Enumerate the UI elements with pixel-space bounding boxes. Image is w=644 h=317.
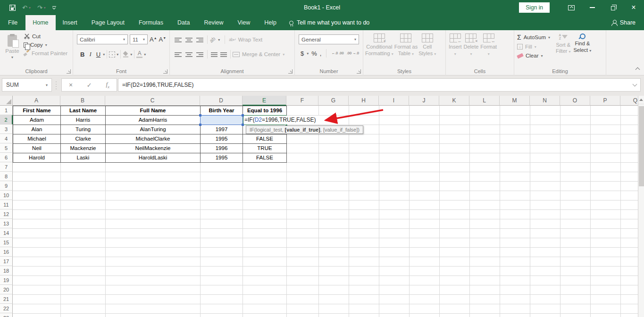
cell-C2[interactable]: AdamHarris [106,116,201,125]
tab-page-layout[interactable]: Page Layout [84,15,132,30]
row-header-5[interactable]: 5 [0,143,13,153]
cell-A6[interactable]: Harold [13,153,61,163]
scroll-up-button[interactable] [638,96,644,104]
row-header-3[interactable]: 3 [0,125,13,134]
column-header-G[interactable]: G [318,96,349,106]
row-header-14[interactable]: 14 [0,228,13,238]
column-header-A[interactable]: A [13,96,60,106]
font-dialog-launcher-icon[interactable] [163,69,167,74]
increase-indent-button[interactable] [220,52,227,57]
row-header-16[interactable]: 16 [0,247,13,257]
column-header-L[interactable]: L [469,96,500,106]
cell-E6[interactable]: FALSE [243,153,287,163]
tab-review[interactable]: Review [197,15,230,30]
row-header-22[interactable]: 22 [0,304,13,313]
row-header-9[interactable]: 9 [0,181,13,191]
cell-E4[interactable]: FALSE [243,134,287,144]
merge-center-button[interactable]: Merge & Center ▾ [233,51,284,57]
row-header-13[interactable]: 13 [0,219,13,228]
fill-color-button[interactable] [123,52,129,57]
font-name-select[interactable]: Calibri ▾ [77,34,128,44]
tell-me-box[interactable]: Tell me what you want to do [284,15,375,30]
fill-button[interactable]: ↓ Fill ▾ [517,44,550,50]
cell-B1[interactable]: Last Name [61,106,106,116]
column-header-O[interactable]: O [560,96,590,106]
cell-styles-button[interactable]: Cell Styles ▾ [418,30,436,57]
increase-decimal-button[interactable]: ←.0 .00 [331,51,343,56]
number-format-select[interactable]: General ▾ [299,34,359,44]
bold-button[interactable]: B [78,51,87,58]
insert-function-button[interactable]: fx [106,81,109,89]
tab-view[interactable]: View [230,15,257,30]
restore-button[interactable] [602,0,623,15]
alignment-dialog-launcher-icon[interactable] [288,69,293,74]
row-header-12[interactable]: 12 [0,209,13,219]
row-header-23[interactable]: 23 [0,313,13,317]
align-right-button[interactable] [196,52,203,57]
conditional-formatting-button[interactable]: ≠ Conditional Formatting ▾ [365,30,393,57]
italic-button[interactable]: I [87,50,93,58]
grow-font-button[interactable]: A▲ [150,36,157,43]
cell-C1[interactable]: Full Name [106,106,201,116]
cell-A2[interactable]: Adam [13,116,61,125]
scrollbar-thumb[interactable] [639,106,644,186]
insert-cells-button[interactable]: ← Insert ▾ [449,30,462,57]
cell-B2[interactable]: Harris [61,116,106,125]
clear-button[interactable]: Clear ▾ [517,53,550,58]
collapse-ribbon-button[interactable] [636,67,640,72]
row-header-18[interactable]: 18 [0,266,13,275]
align-left-button[interactable] [175,52,182,57]
row-header-2[interactable]: 2 [0,115,13,125]
format-painter-button[interactable]: Format Painter [24,50,67,56]
cell-D1[interactable]: Birth Year [201,106,243,116]
name-box[interactable]: SUM ▾ [2,78,52,92]
row-header-11[interactable]: 11 [0,200,13,209]
cell-edit-text[interactable]: =IF(D2=1996,TRUE,FALSE) [244,116,319,125]
decrease-indent-button[interactable] [211,52,217,57]
font-color-button[interactable]: A [136,50,142,58]
tab-insert[interactable]: Insert [56,15,84,30]
shrink-font-button[interactable]: A▼ [159,36,167,43]
cell-B6[interactable]: Laski [61,153,106,163]
select-all-button[interactable] [0,96,13,106]
redo-button[interactable]: ↷▾ [37,4,46,11]
copy-button[interactable]: Copy ▾ [24,42,67,48]
cell-D4[interactable]: 1995 [201,134,243,144]
cell-C6[interactable]: HaroldLaski [106,153,201,163]
cell-A4[interactable]: Michael [13,134,61,144]
column-header-I[interactable]: I [379,96,409,106]
column-header-M[interactable]: M [500,96,530,106]
cell-D3[interactable]: 1997 [201,125,243,134]
row-header-8[interactable]: 8 [0,172,13,181]
sign-in-button[interactable]: Sign in [519,2,550,13]
tab-formulas[interactable]: Formulas [132,15,170,30]
underline-button[interactable]: U [94,51,103,58]
row-header-4[interactable]: 4 [0,134,13,143]
cell-A1[interactable]: First Name [13,106,61,116]
accounting-format-button[interactable]: $ [301,50,304,57]
cell-B5[interactable]: Mackenzie [61,144,106,153]
format-as-table-button[interactable]: Format as Table ▾ [394,30,418,57]
autosum-button[interactable]: Σ AutoSum ▾ [517,34,550,41]
decrease-decimal-button[interactable]: .00 →.0 [347,51,359,56]
row-header-15[interactable]: 15 [0,238,13,247]
expand-formula-bar-icon[interactable] [633,82,637,86]
cell-D6[interactable]: 1995 [201,153,243,163]
ribbon-display-options-button[interactable] [561,0,582,15]
find-select-button[interactable]: Find & Select ▾ [574,30,592,54]
wrap-text-button[interactable]: ab↵ Wrap Text [229,37,262,42]
row-header-17[interactable]: 17 [0,257,13,266]
customize-qat-button[interactable] [52,6,56,9]
align-middle-button[interactable] [185,37,192,42]
cell-E1[interactable]: Equal to 1996 [243,106,287,116]
confirm-entry-button[interactable]: ✓ [87,82,92,89]
cell-B4[interactable]: Clarke [61,134,106,144]
cell-C4[interactable]: MichaelClarke [106,134,201,144]
column-header-J[interactable]: J [409,96,439,106]
cell-C5[interactable]: NeilMackenzie [106,144,201,153]
sort-filter-button[interactable]: AZ Sort & Filter ▾ [556,30,571,55]
column-header-E[interactable]: E [243,96,286,106]
orientation-button[interactable]: ab [209,35,217,43]
referenced-cell-D2[interactable] [200,115,243,125]
cell-A5[interactable]: Neil [13,144,61,153]
